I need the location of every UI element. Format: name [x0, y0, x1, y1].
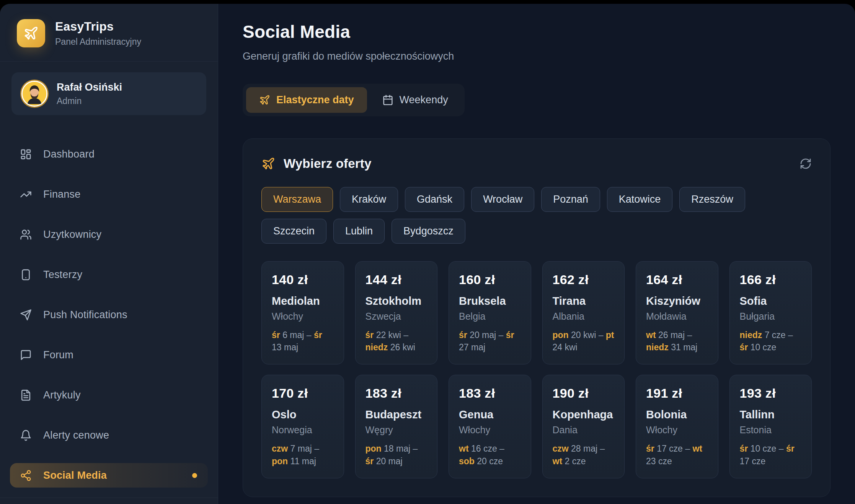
offer-country: Dania — [553, 424, 615, 436]
offer-dates: śr 22 kwi – niedz 26 kwi — [365, 329, 428, 353]
city-chip-gdansk[interactable]: Gdańsk — [405, 187, 464, 212]
message-square-icon — [20, 349, 32, 361]
offer-dates: pon 20 kwi – pt 24 kwi — [553, 329, 615, 353]
sidebar-item-label: Finanse — [43, 189, 80, 200]
offer-price: 160 zł — [459, 272, 521, 287]
offers-panel-title: Wybierz oferty — [284, 156, 372, 171]
city-chip-szczecin[interactable]: Szczecin — [261, 219, 326, 244]
offer-card-kiszyniow[interactable]: 164 złKiszyniówMołdawiawt 26 maj – niedz… — [636, 261, 718, 364]
city-chip-rzeszow[interactable]: Rzeszów — [679, 187, 745, 212]
offers-panel: Wybierz oferty WarszawaKrakówGdańskWrocł… — [243, 138, 831, 497]
offer-dates: czw 7 maj – pon 11 maj — [272, 442, 334, 467]
user-name: Rafał Osiński — [57, 81, 122, 93]
offer-price: 162 zł — [553, 272, 615, 287]
tab-label: Elastyczne daty — [276, 94, 354, 106]
sidebar-item-label: Alerty cenowe — [43, 429, 109, 441]
calendar-icon — [382, 94, 393, 106]
sidebar-item-label: Dashboard — [43, 148, 95, 160]
offer-country: Bułgaria — [740, 311, 802, 322]
offer-card-sofia[interactable]: 166 złSofiaBułgarianiedz 7 cze – śr 10 c… — [729, 261, 812, 364]
sidebar-item-label: Push Notifications — [43, 309, 127, 321]
offer-country: Albania — [553, 311, 615, 322]
user-card[interactable]: Rafał Osiński Admin — [11, 72, 206, 115]
city-chip-wroclaw[interactable]: Wrocław — [471, 187, 534, 212]
main-content: Social Media Generuj grafiki do mediów s… — [218, 4, 855, 504]
avatar — [21, 81, 47, 107]
offer-card-bruksela[interactable]: 160 złBrukselaBelgiaśr 20 maj – śr 27 ma… — [449, 261, 531, 364]
offer-dates: śr 20 maj – śr 27 maj — [459, 329, 521, 353]
sidebar-item-push-notifications[interactable]: Push Notifications — [10, 302, 208, 327]
city-chip-warszawa[interactable]: Warszawa — [261, 187, 333, 212]
sidebar-nav: DashboardFinanseUzytkownicyTesterzyPush … — [0, 142, 218, 498]
offer-price: 183 zł — [459, 386, 521, 401]
sidebar-item-dashboard[interactable]: Dashboard — [10, 142, 208, 166]
offer-price: 140 zł — [272, 272, 334, 287]
active-indicator-dot — [192, 473, 197, 478]
offer-card-tallinn[interactable]: 193 złTallinnEstoniaśr 10 cze – śr 17 cz… — [729, 375, 812, 478]
city-chip-bydgoszcz[interactable]: Bydgoszcz — [392, 219, 465, 244]
sidebar-item-forum[interactable]: Forum — [10, 343, 208, 367]
offer-price: 170 zł — [272, 386, 334, 401]
sidebar-item-label: Testerzy — [43, 269, 82, 281]
offer-city: Sofia — [740, 295, 802, 307]
offer-country: Belgia — [459, 311, 521, 322]
offer-price: 191 zł — [646, 386, 708, 401]
page-subtitle: Generuj grafiki do mediów społecznościow… — [243, 50, 831, 62]
file-text-icon — [20, 389, 32, 401]
offer-dates: czw 28 maj – wt 2 cze — [553, 442, 615, 467]
offer-country: Włochy — [272, 311, 334, 322]
city-chip-katowice[interactable]: Katowice — [607, 187, 673, 212]
offer-card-sztokholm[interactable]: 144 złSztokholmSzwecjaśr 22 kwi – niedz … — [355, 261, 438, 364]
sidebar-item-label: Social Media — [43, 470, 107, 481]
sidebar-item-alerty-cenowe[interactable]: Alerty cenowe — [10, 423, 208, 447]
offer-country: Estonia — [740, 424, 802, 436]
offer-dates: śr 10 cze – śr 17 cze — [740, 442, 802, 467]
sidebar-item-finanse[interactable]: Finanse — [10, 182, 208, 206]
offer-city: Mediolan — [272, 295, 334, 307]
tab-weekendy[interactable]: Weekendy — [369, 87, 461, 113]
offer-city: Oslo — [272, 408, 334, 421]
offer-dates: niedz 7 cze – śr 10 cze — [740, 329, 802, 353]
brand: EasyTrips Panel Administracyjny — [0, 4, 218, 62]
app-logo-plane-icon — [17, 19, 45, 47]
offer-city: Tirana — [553, 295, 615, 307]
tab-elastyczne-daty[interactable]: Elastyczne daty — [246, 87, 367, 113]
offer-city: Budapeszt — [365, 408, 428, 421]
sidebar: EasyTrips Panel Administracyjny Rafał Os… — [0, 4, 218, 504]
offer-country: Norwegia — [272, 424, 334, 436]
sidebar-item-social-media[interactable]: Social Media — [10, 463, 208, 488]
offer-card-bolonia[interactable]: 191 złBoloniaWłochyśr 17 cze – wt 23 cze — [636, 375, 718, 478]
city-filter-chips: WarszawaKrakówGdańskWrocławPoznańKatowic… — [261, 187, 747, 244]
offer-country: Włochy — [459, 424, 521, 436]
offer-card-kopenhaga[interactable]: 190 złKopenhagaDaniaczw 28 maj – wt 2 cz… — [542, 375, 625, 478]
app-name: EasyTrips — [55, 20, 141, 34]
trending-up-icon — [20, 189, 32, 200]
dashboard-icon — [20, 148, 32, 160]
sidebar-item-testerzy[interactable]: Testerzy — [10, 262, 208, 287]
offer-city: Kopenhaga — [553, 408, 615, 421]
sidebar-item-artykuly[interactable]: Artykuly — [10, 383, 208, 407]
offer-card-genua[interactable]: 183 złGenuaWłochywt 16 cze – sob 20 cze — [449, 375, 531, 478]
app-window: EasyTrips Panel Administracyjny Rafał Os… — [0, 4, 855, 504]
offer-card-mediolan[interactable]: 140 złMediolanWłochyśr 6 maj – śr 13 maj — [261, 261, 344, 364]
offer-city: Sztokholm — [365, 295, 428, 307]
share-icon — [20, 470, 32, 481]
offer-city: Bolonia — [646, 408, 708, 421]
bell-icon — [20, 429, 32, 441]
offer-country: Mołdawia — [646, 311, 708, 322]
city-chip-krakow[interactable]: Kraków — [340, 187, 398, 212]
refresh-icon[interactable] — [800, 158, 812, 170]
tab-label: Weekendy — [400, 94, 448, 106]
offer-card-oslo[interactable]: 170 złOsloNorwegiaczw 7 maj – pon 11 maj — [261, 375, 344, 478]
city-chip-poznan[interactable]: Poznań — [541, 187, 600, 212]
offer-card-budapeszt[interactable]: 183 złBudapesztWęgrypon 18 maj – śr 20 m… — [355, 375, 438, 478]
user-role: Admin — [57, 96, 122, 106]
city-chip-lublin[interactable]: Lublin — [333, 219, 385, 244]
offer-cards-grid: 140 złMediolanWłochyśr 6 maj – śr 13 maj… — [261, 261, 812, 478]
sidebar-item-uzytkownicy[interactable]: Uzytkownicy — [10, 222, 208, 247]
offer-country: Szwecja — [365, 311, 428, 322]
send-icon — [20, 309, 32, 321]
offer-dates: pon 18 maj – śr 20 maj — [365, 442, 428, 467]
page-title: Social Media — [243, 21, 831, 42]
offer-card-tirana[interactable]: 162 złTiranaAlbaniapon 20 kwi – pt 24 kw… — [542, 261, 625, 364]
